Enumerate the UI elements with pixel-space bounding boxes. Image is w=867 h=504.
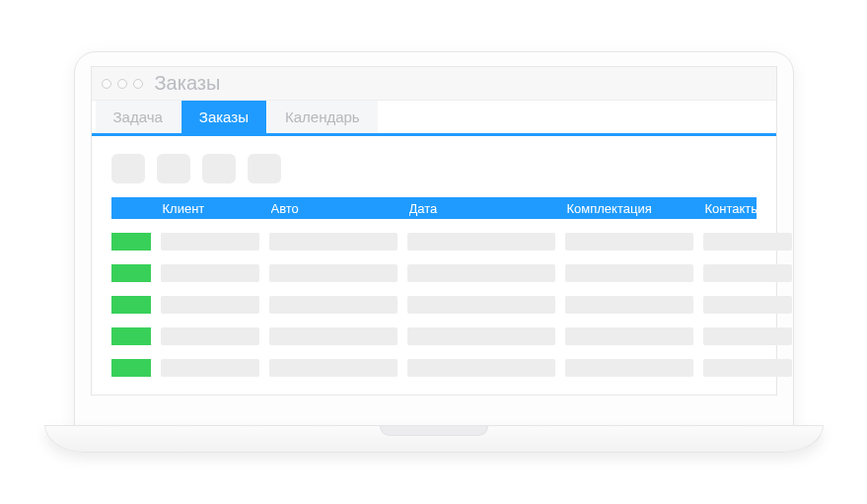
table-row[interactable] [111, 296, 757, 314]
cell-auto [269, 327, 397, 345]
toolbar-button-2[interactable] [157, 154, 190, 183]
cell-client [161, 264, 259, 282]
laptop-notch [380, 426, 488, 436]
col-date: Дата [409, 201, 557, 216]
maximize-icon[interactable] [133, 79, 143, 89]
cell-date [407, 359, 555, 377]
cell-client [161, 327, 259, 345]
window-titlebar: Заказы [92, 67, 776, 101]
toolbar [92, 136, 776, 197]
status-badge [111, 327, 151, 345]
col-contacts: Контакты [705, 201, 794, 216]
cell-contacts [703, 296, 792, 314]
cell-date [407, 264, 555, 282]
cell-config [565, 359, 693, 377]
table-row[interactable] [111, 233, 757, 251]
cell-date [407, 296, 555, 314]
status-badge [111, 264, 151, 282]
toolbar-button-3[interactable] [202, 154, 236, 183]
cell-auto [269, 233, 397, 251]
cell-date [407, 327, 555, 345]
cell-config [565, 264, 693, 282]
window-title: Заказы [155, 72, 221, 95]
table-row[interactable] [111, 327, 757, 345]
laptop-base [44, 425, 824, 453]
status-badge [111, 233, 151, 251]
close-icon[interactable] [102, 79, 111, 89]
col-auto: Авто [271, 201, 399, 216]
cell-contacts [703, 359, 792, 377]
table-header: Клиент Авто Дата Комплектация Контакты [111, 197, 757, 219]
tab-orders[interactable]: Заказы [181, 101, 267, 133]
cell-auto [269, 264, 397, 282]
cell-config [565, 327, 693, 345]
tab-calendar[interactable]: Календарь [267, 101, 379, 133]
toolbar-button-4[interactable] [248, 154, 281, 183]
tab-bar: Задача Заказы Календарь [92, 101, 776, 136]
table-row[interactable] [111, 264, 757, 282]
cell-client [161, 359, 259, 377]
laptop-mockup: Заказы Задача Заказы Календарь Клиент Ав… [44, 51, 824, 453]
cell-client [161, 296, 259, 314]
table-row[interactable] [111, 359, 757, 377]
app-window: Заказы Задача Заказы Календарь Клиент Ав… [91, 66, 777, 396]
minimize-icon[interactable] [117, 79, 127, 89]
cell-contacts [703, 264, 792, 282]
cell-date [407, 233, 555, 251]
col-config: Комплектация [567, 201, 695, 216]
orders-table: Клиент Авто Дата Комплектация Контакты [92, 197, 776, 395]
tab-task[interactable]: Задача [96, 101, 181, 133]
status-badge [111, 359, 151, 377]
cell-client [161, 233, 259, 251]
screen-frame: Заказы Задача Заказы Календарь Клиент Ав… [74, 51, 794, 426]
cell-config [565, 233, 693, 251]
toolbar-button-1[interactable] [111, 154, 145, 183]
status-badge [111, 296, 151, 314]
cell-auto [269, 359, 397, 377]
cell-contacts [703, 233, 792, 251]
window-controls [102, 79, 143, 89]
cell-contacts [703, 327, 792, 345]
col-client: Клиент [163, 201, 261, 216]
cell-auto [269, 296, 397, 314]
cell-config [565, 296, 693, 314]
